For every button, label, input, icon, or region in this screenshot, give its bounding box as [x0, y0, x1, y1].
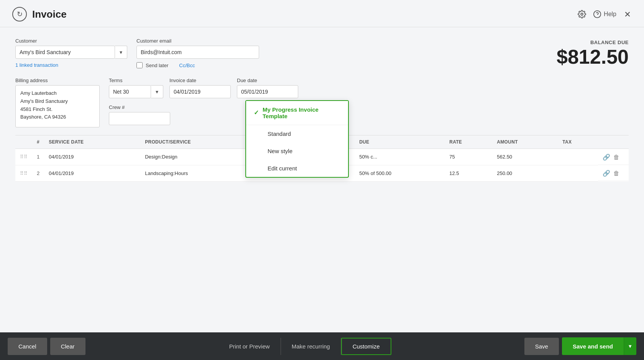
- billing-address-label: Billing address: [15, 78, 100, 83]
- due-date-input[interactable]: [237, 85, 298, 98]
- dropdown-item-label-2: New style: [268, 148, 292, 154]
- delete-icon-2[interactable]: 🗑: [613, 170, 619, 177]
- tax-2[interactable]: [558, 165, 598, 181]
- customer-label: Customer: [15, 38, 127, 44]
- dropdown-item-template[interactable]: ✓ My Progress Invoice Template: [246, 101, 348, 125]
- terms-dates-row: Terms ▾ Invoice date Due date: [109, 78, 298, 98]
- link-icon-2[interactable]: 🔗: [603, 170, 610, 177]
- customer-select-wrapper: ▾: [15, 46, 127, 59]
- customer-email-label: Customer email: [136, 38, 259, 44]
- send-later-checkbox[interactable]: [136, 62, 143, 68]
- footer: Cancel Clear Print or Preview Make recur…: [0, 332, 644, 360]
- invoice-date-group: Invoice date: [169, 78, 231, 98]
- due-date-group: Due date: [237, 78, 298, 98]
- save-send-dropdown-arrow[interactable]: ▾: [624, 337, 636, 355]
- th-service-date: SERVICE DATE: [44, 135, 140, 149]
- terms-group: Terms ▾: [109, 78, 163, 98]
- billing-address-group: Billing address Amy Lauterbach Amy's Bir…: [15, 78, 100, 127]
- invoice-date-input[interactable]: [169, 85, 231, 98]
- terms-dropdown-arrow[interactable]: ▾: [151, 85, 163, 98]
- dropdown-item-new-style[interactable]: New style: [246, 142, 348, 160]
- customize-button[interactable]: Customize: [341, 338, 391, 355]
- row-num-2: 2: [32, 165, 44, 181]
- product-2[interactable]: Landscaping:Hours: [140, 165, 260, 181]
- balance-due-section: BALANCE DUE $812.50: [557, 38, 629, 68]
- due-1[interactable]: 50% c...: [355, 149, 445, 165]
- print-preview-button[interactable]: Print or Preview: [219, 338, 281, 355]
- service-date-2[interactable]: 04/01/2019: [44, 165, 140, 181]
- help-label: Help: [604, 11, 616, 18]
- th-num: #: [32, 135, 44, 149]
- make-recurring-button[interactable]: Make recurring: [281, 338, 341, 355]
- rate-2[interactable]: 12.5: [445, 165, 492, 181]
- header: ↻ Invoice Help: [0, 0, 644, 27]
- dropdown-item-label-3: Edit current: [268, 165, 297, 172]
- terms-label: Terms: [109, 78, 163, 83]
- clear-button[interactable]: Clear: [50, 338, 85, 355]
- actions-1: 🔗 🗑: [598, 149, 629, 165]
- amount-1: 562.50: [492, 149, 558, 165]
- main-content: Customer ▾ 1 linked transaction Customer…: [0, 27, 644, 332]
- th-drag: [15, 135, 32, 149]
- terms-select-wrapper: ▾: [109, 85, 163, 98]
- product-1[interactable]: Design:Design: [140, 149, 260, 165]
- invoice-date-label: Invoice date: [169, 78, 231, 83]
- save-send-button[interactable]: Save and send: [562, 337, 624, 355]
- refresh-icon: ↻: [12, 7, 27, 21]
- crew-input[interactable]: [109, 112, 170, 125]
- footer-right: Save Save and send ▾: [524, 337, 636, 355]
- service-date-1[interactable]: 04/01/2019: [44, 149, 140, 165]
- send-later-label: Send later: [146, 63, 168, 68]
- row-num-1: 1: [32, 149, 44, 165]
- footer-center: Print or Preview Make recurring Customiz…: [85, 338, 524, 355]
- delete-icon-1[interactable]: 🗑: [613, 154, 619, 161]
- dropdown-item-standard[interactable]: Standard: [246, 125, 348, 142]
- th-tax: TAX: [558, 135, 598, 149]
- cancel-button[interactable]: Cancel: [8, 338, 47, 355]
- dropdown-item-edit-current[interactable]: Edit current: [246, 160, 348, 177]
- link-icon-1[interactable]: 🔗: [603, 154, 610, 161]
- page-title: Invoice: [32, 8, 67, 20]
- customize-dropdown: ✓ My Progress Invoice Template Standard …: [245, 100, 349, 178]
- customer-group: Customer ▾ 1 linked transaction: [15, 38, 127, 68]
- billing-address-line4: Bayshore, CA 94326: [20, 113, 95, 121]
- billing-address-line2: Amy's Bird Sanctuary: [20, 97, 95, 106]
- app-window: ↻ Invoice Help: [0, 0, 644, 360]
- balance-due-label: BALANCE DUE: [557, 40, 629, 45]
- customer-email-group: Customer email Send later Cc/Bcc: [136, 38, 259, 68]
- th-rate: RATE: [445, 135, 492, 149]
- terms-input[interactable]: [109, 85, 151, 98]
- help-button[interactable]: Help: [593, 10, 616, 18]
- drag-handle-2[interactable]: ⠿⠿: [15, 165, 32, 181]
- billing-address-line3: 4581 Finch St.: [20, 106, 95, 114]
- svg-point-0: [581, 13, 583, 15]
- th-amount: AMOUNT: [492, 135, 558, 149]
- customer-input[interactable]: [15, 46, 115, 59]
- actions-2: 🔗 🗑: [598, 165, 629, 181]
- rate-1[interactable]: 75: [445, 149, 492, 165]
- gear-icon[interactable]: [578, 10, 586, 18]
- amount-2: 250.00: [492, 165, 558, 181]
- due-2[interactable]: 50% of 500.00: [355, 165, 445, 181]
- balance-due-amount: $812.50: [557, 45, 629, 68]
- cc-bcc-link[interactable]: Cc/Bcc: [179, 63, 195, 68]
- header-left: ↻ Invoice: [12, 7, 67, 21]
- billing-address-box[interactable]: Amy Lauterbach Amy's Bird Sanctuary 4581…: [15, 85, 100, 127]
- save-button[interactable]: Save: [524, 338, 559, 355]
- close-button[interactable]: [623, 10, 632, 18]
- customer-email-input[interactable]: [136, 46, 259, 59]
- header-right: Help: [578, 10, 632, 18]
- customer-dropdown-arrow[interactable]: ▾: [115, 46, 127, 59]
- table-section: # SERVICE DATE PRODUCT/SERVICE DESCRIPTI…: [15, 135, 629, 182]
- save-send-group: Save and send ▾: [562, 337, 636, 355]
- customer-row: Customer ▾ 1 linked transaction Customer…: [15, 38, 629, 68]
- dropdown-item-label-1: Standard: [268, 130, 291, 137]
- dropdown-item-label-0: My Progress Invoice Template: [263, 106, 340, 119]
- billing-address-line1: Amy Lauterbach: [20, 89, 95, 97]
- send-later-row: Send later Cc/Bcc: [136, 62, 259, 68]
- tax-1[interactable]: [558, 149, 598, 165]
- th-due: DUE: [355, 135, 445, 149]
- drag-handle-1[interactable]: ⠿⠿: [15, 149, 32, 165]
- th-actions: [598, 135, 629, 149]
- linked-transaction[interactable]: 1 linked transaction: [15, 62, 127, 68]
